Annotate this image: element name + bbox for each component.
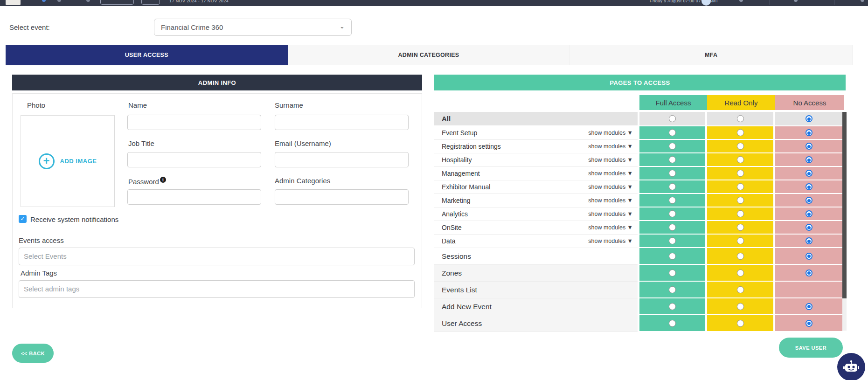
radio-full-access[interactable]: [669, 269, 676, 276]
admin-categories-field[interactable]: [275, 189, 409, 205]
events-access-label: Events access: [19, 236, 64, 244]
radio-full-access[interactable]: [669, 170, 676, 177]
read-access-cell: [705, 235, 773, 248]
radio-no-access[interactable]: [806, 210, 812, 217]
photo-upload-box[interactable]: + ADD IMAGE: [21, 115, 115, 207]
show-modules-link[interactable]: show modules ▼: [588, 238, 633, 244]
radio-no-access[interactable]: [806, 320, 812, 327]
radio-read-only[interactable]: [737, 320, 744, 327]
tab-user-access[interactable]: USER ACCESS: [6, 45, 288, 65]
radio-no-access[interactable]: [806, 143, 812, 150]
radio-read-only[interactable]: [737, 286, 744, 293]
show-modules-link[interactable]: show modules ▼: [588, 197, 633, 204]
radio-read-only[interactable]: [737, 156, 744, 163]
show-modules-link[interactable]: show modules ▼: [588, 211, 633, 217]
radio-full-access[interactable]: [669, 129, 676, 136]
radio-full-access[interactable]: [669, 224, 676, 231]
radio-read-only[interactable]: [737, 303, 744, 310]
read-access-cell: [705, 265, 773, 282]
admin-tags-input[interactable]: [19, 280, 415, 298]
radio-read-only[interactable]: [737, 237, 744, 244]
radio-full-access[interactable]: [669, 303, 676, 310]
radio-no-access[interactable]: [806, 156, 812, 163]
chatbot-icon[interactable]: [837, 353, 865, 380]
full-access-cell: [638, 153, 705, 167]
radio-no-access[interactable]: [806, 303, 812, 310]
nav-button[interactable]: [100, 0, 134, 5]
row-label: Sessions: [442, 252, 633, 261]
show-modules-link[interactable]: show modules ▼: [588, 184, 633, 190]
access-row: User Access: [434, 315, 842, 332]
access-row-name: Events List: [434, 282, 638, 298]
radio-no-access[interactable]: [806, 253, 812, 260]
no-access-cell: [773, 194, 842, 207]
no-access-cell: [773, 265, 842, 282]
save-user-button[interactable]: SAVE USER: [779, 338, 843, 358]
nav-button[interactable]: [141, 0, 160, 5]
email-label: Email (Username): [275, 139, 331, 147]
radio-full-access[interactable]: [669, 197, 676, 204]
user-avatar[interactable]: [701, 0, 711, 6]
radio-no-access[interactable]: [806, 115, 812, 122]
radio-full-access[interactable]: [669, 183, 676, 190]
scrollbar-thumb[interactable]: [842, 112, 847, 298]
radio-read-only[interactable]: [737, 115, 744, 122]
show-modules-link[interactable]: show modules ▼: [588, 157, 633, 163]
events-access-input[interactable]: [19, 248, 415, 265]
radio-read-only[interactable]: [737, 143, 744, 150]
radio-full-access[interactable]: [669, 286, 676, 293]
help-icon[interactable]: [794, 0, 798, 2]
app-logo[interactable]: [6, 0, 21, 5]
radio-full-access[interactable]: [669, 115, 676, 122]
show-modules-link[interactable]: show modules ▼: [588, 170, 633, 177]
radio-read-only[interactable]: [737, 253, 744, 260]
row-label: Hospitality: [442, 156, 588, 164]
radio-read-only[interactable]: [737, 269, 744, 276]
password-field[interactable]: [127, 189, 261, 205]
no-access-cell: [773, 207, 842, 221]
radio-no-access[interactable]: [806, 170, 812, 177]
radio-read-only[interactable]: [737, 197, 744, 204]
nav-icon[interactable]: [42, 0, 46, 2]
radio-full-access[interactable]: [669, 320, 676, 327]
radio-no-access[interactable]: [806, 197, 812, 204]
surname-field[interactable]: [275, 115, 409, 130]
info-icon[interactable]: i: [160, 177, 166, 183]
read-access-cell: [705, 315, 773, 332]
show-modules-link[interactable]: show modules ▼: [588, 224, 633, 231]
show-modules-link[interactable]: show modules ▼: [588, 143, 633, 150]
radio-read-only[interactable]: [737, 210, 744, 217]
radio-no-access[interactable]: [806, 237, 812, 244]
full-access-cell: [638, 248, 705, 265]
access-row: Exhibitor Manualshow modules ▼: [434, 180, 842, 194]
event-select-dropdown[interactable]: Financial Crime 360 ⌄: [154, 19, 352, 36]
radio-full-access[interactable]: [669, 143, 676, 150]
tab-admin-categories[interactable]: ADMIN CATEGORIES: [288, 45, 570, 65]
radio-read-only[interactable]: [737, 129, 744, 136]
radio-no-access[interactable]: [806, 269, 812, 276]
bell-icon[interactable]: [739, 0, 743, 2]
radio-no-access[interactable]: [806, 183, 812, 190]
full-access-cell: [638, 167, 705, 180]
access-row: Datashow modules ▼: [434, 235, 842, 248]
radio-read-only[interactable]: [737, 170, 744, 177]
radio-no-access[interactable]: [806, 129, 812, 136]
radio-full-access[interactable]: [669, 156, 676, 163]
radio-read-only[interactable]: [737, 224, 744, 231]
menu-icon[interactable]: [861, 0, 864, 2]
radio-full-access[interactable]: [669, 253, 676, 260]
back-button[interactable]: << BACK: [12, 344, 54, 363]
radio-full-access[interactable]: [669, 210, 676, 217]
email-field[interactable]: [275, 152, 409, 167]
row-label: OnSite: [442, 224, 588, 231]
name-field[interactable]: [127, 115, 261, 130]
table-scrollbar[interactable]: [842, 112, 847, 331]
job-title-field[interactable]: [127, 152, 261, 167]
show-modules-link[interactable]: show modules ▼: [588, 130, 633, 136]
radio-no-access[interactable]: [806, 224, 812, 231]
receive-notifications-checkbox[interactable]: ✓: [19, 215, 27, 223]
radio-full-access[interactable]: [669, 237, 676, 244]
tab-mfa[interactable]: MFA: [570, 45, 853, 65]
nav-icon[interactable]: [57, 0, 61, 2]
radio-read-only[interactable]: [737, 183, 744, 190]
